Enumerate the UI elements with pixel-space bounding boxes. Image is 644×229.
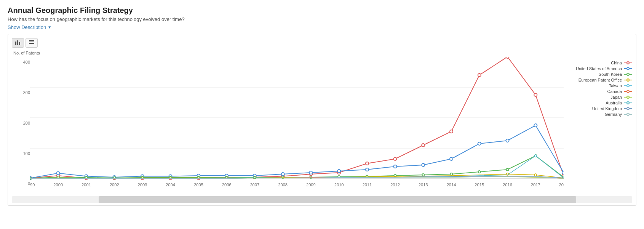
- chart-container: No. of Patents 400 300 200 100 0: [8, 34, 636, 206]
- svg-text:2013: 2013: [419, 183, 428, 187]
- svg-rect-0: [15, 42, 16, 45]
- table-view-button[interactable]: [26, 38, 38, 48]
- y-tick-100: 100: [15, 151, 30, 156]
- legend-label-germany: Germany: [605, 112, 622, 117]
- svg-text:2005: 2005: [194, 183, 203, 187]
- chart-area: 400 300 200 100 0 1999: [12, 57, 632, 194]
- legend-label-japan: Japan: [610, 95, 622, 99]
- svg-text:2010: 2010: [334, 183, 344, 187]
- scrollbar-thumb[interactable]: [99, 196, 576, 203]
- svg-point-76: [113, 177, 115, 179]
- svg-point-62: [281, 173, 284, 176]
- legend-label-canada: Canada: [607, 89, 622, 94]
- svg-point-93: [534, 174, 537, 176]
- svg-text:1999: 1999: [30, 183, 35, 187]
- svg-text:2003: 2003: [137, 183, 147, 187]
- svg-point-88: [450, 173, 452, 175]
- svg-text:2016: 2016: [503, 183, 512, 187]
- svg-rect-4: [29, 42, 34, 42]
- legend-item-germany: Germany: [567, 112, 632, 117]
- svg-text:2012: 2012: [390, 183, 400, 187]
- legend-item-usa: United States of America: [567, 66, 632, 71]
- svg-point-87: [422, 174, 424, 176]
- svg-text:2018: 2018: [559, 183, 564, 187]
- legend-item-australia: Australia: [567, 101, 632, 105]
- legend-label-taiwan: Taiwan: [609, 83, 622, 88]
- bar-chart-button[interactable]: [12, 38, 24, 48]
- svg-point-65: [366, 168, 369, 171]
- y-axis: 400 300 200 100 0: [12, 57, 30, 186]
- svg-point-67: [422, 163, 425, 167]
- svg-point-63: [309, 171, 312, 174]
- svg-point-48: [450, 130, 453, 133]
- svg-point-72: [562, 171, 564, 174]
- svg-text:2002: 2002: [110, 183, 119, 187]
- svg-point-73: [30, 177, 31, 179]
- legend-label-uk: United Kingdom: [592, 106, 622, 111]
- chevron-down-icon: ▼: [48, 25, 51, 29]
- page-subtitle: How has the focus on geographic markets …: [8, 16, 636, 22]
- legend-item-canada: Canada: [567, 89, 632, 94]
- chart-scrollbar[interactable]: [12, 196, 632, 203]
- svg-text:2006: 2006: [222, 183, 232, 187]
- svg-point-68: [450, 157, 453, 160]
- svg-text:2000: 2000: [53, 183, 63, 187]
- svg-point-45: [366, 162, 369, 165]
- svg-point-70: [506, 139, 509, 142]
- y-tick-0: 0: [15, 181, 30, 186]
- show-description-toggle[interactable]: Show Description ▼: [8, 24, 51, 30]
- legend-item-epo: European Patent Office: [567, 78, 632, 82]
- show-description-label: Show Description: [8, 24, 46, 30]
- legend-item-taiwan: Taiwan: [567, 83, 632, 88]
- svg-text:2009: 2009: [306, 183, 316, 187]
- svg-rect-5: [29, 43, 34, 44]
- svg-text:2004: 2004: [166, 183, 175, 187]
- legend-item-japan: Japan: [567, 95, 632, 99]
- svg-text:2008: 2008: [278, 183, 288, 187]
- y-tick-300: 300: [15, 90, 30, 95]
- legend-label-australia: Australia: [606, 101, 622, 105]
- svg-text:2015: 2015: [475, 183, 484, 187]
- bar-chart-icon: [15, 40, 21, 46]
- svg-point-81: [254, 176, 256, 179]
- table-icon: [29, 40, 35, 46]
- svg-text:2017: 2017: [531, 183, 540, 187]
- svg-point-95: [534, 155, 537, 157]
- page: Annual Geographic Filing Strategy How ha…: [0, 0, 644, 212]
- y-axis-label: No. of Patents: [13, 51, 632, 55]
- svg-point-49: [478, 74, 481, 77]
- svg-text:2001: 2001: [81, 183, 91, 187]
- svg-point-51: [534, 93, 537, 96]
- svg-point-46: [394, 157, 397, 160]
- usa-line: [30, 125, 564, 178]
- svg-text:2007: 2007: [250, 183, 259, 187]
- chart-svg: 1999 2000 2001 2002 2003 2004 2005 2006 …: [30, 57, 564, 194]
- svg-text:2014: 2014: [447, 183, 456, 187]
- legend-item-china: China: [567, 61, 632, 65]
- svg-rect-2: [19, 42, 20, 45]
- chart-legend: China United States of America South Kor…: [564, 57, 632, 118]
- svg-point-90: [506, 168, 508, 171]
- svg-point-69: [478, 142, 481, 145]
- page-title: Annual Geographic Filing Strategy: [8, 6, 636, 15]
- svg-text:2011: 2011: [362, 183, 372, 187]
- legend-item-uk: United Kingdom: [567, 106, 632, 111]
- legend-label-usa: United States of America: [576, 66, 622, 71]
- svg-point-54: [57, 172, 60, 175]
- legend-label-china: China: [611, 61, 622, 65]
- y-tick-200: 200: [15, 121, 30, 125]
- svg-point-50: [506, 57, 509, 58]
- legend-item-south-korea: South Korea: [567, 72, 632, 77]
- svg-rect-3: [29, 40, 34, 41]
- svg-point-71: [534, 124, 537, 127]
- svg-point-89: [478, 171, 481, 173]
- svg-point-47: [422, 144, 425, 147]
- svg-point-64: [337, 170, 340, 173]
- legend-label-south-korea: South Korea: [599, 72, 622, 77]
- svg-point-66: [394, 165, 397, 168]
- china-line: [30, 57, 564, 178]
- svg-rect-1: [17, 40, 18, 45]
- legend-label-epo: European Patent Office: [578, 78, 622, 82]
- chart-toolbar: [12, 38, 632, 48]
- y-tick-400: 400: [15, 60, 30, 64]
